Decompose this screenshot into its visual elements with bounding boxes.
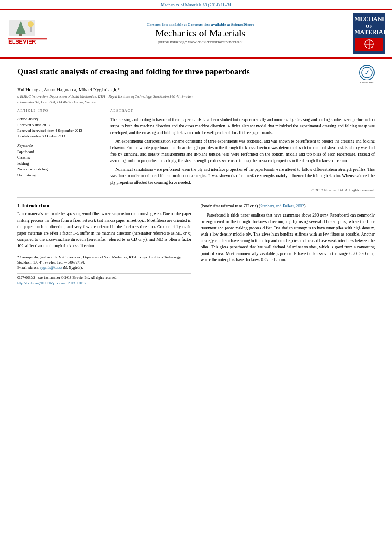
section-divider bbox=[17, 197, 375, 198]
svg-text:ELSEVIER: ELSEVIER bbox=[8, 38, 36, 45]
copyright-line: © 2013 Elsevier Ltd. All rights reserved… bbox=[110, 188, 375, 192]
issn-text: 0167-6636/$ – see front matter © 2013 El… bbox=[17, 275, 191, 280]
citation-bar: Mechanics of Materials 69 (2014) 11–34 bbox=[0, 0, 392, 9]
journal-title-block: Contents lists available at Contents lis… bbox=[52, 22, 348, 44]
svg-text:✓: ✓ bbox=[364, 69, 370, 76]
content-area: Quasi static analysis of creasing and fo… bbox=[0, 59, 392, 292]
received-date: Received 5 June 2013 bbox=[17, 122, 102, 128]
intro-para1: Paper materials are made by spraying woo… bbox=[17, 211, 191, 249]
footnote-email: E-mail address: nygards@kth.se (M. Nygår… bbox=[17, 265, 191, 271]
abstract-para2: An experimental characterization scheme … bbox=[110, 138, 375, 164]
body-left-col: 1. Introduction Paper materials are made… bbox=[17, 203, 191, 285]
article-history: Article history: Received 5 June 2013 Re… bbox=[17, 117, 102, 139]
intro-body: Paper materials are made by spraying woo… bbox=[17, 211, 191, 249]
intro-right-para2: Paperboard is thick paper qualities that… bbox=[201, 212, 375, 263]
article-info-abstract: ARTICLE INFO Article history: Received 5… bbox=[17, 109, 375, 192]
abstract-text: The creasing and folding behavior of thr… bbox=[110, 117, 375, 185]
svg-rect-6 bbox=[19, 34, 22, 36]
doi-link[interactable]: http://dx.doi.org/10.1016/j.mechmat.2013… bbox=[17, 281, 86, 285]
journal-homepage: journal homepage: www.elsevier.com/locat… bbox=[52, 40, 348, 44]
citation-link[interactable]: Mechanics of Materials 69 (2014) 11–34 bbox=[161, 3, 231, 7]
affiliation-a: a BiMaC Innovation, Department of Solid … bbox=[17, 94, 375, 99]
keyword-3: Folding bbox=[17, 161, 102, 167]
revised-date: Received in revised form 4 September 201… bbox=[17, 128, 102, 134]
abstract-para3: Numerical simulations were performed whe… bbox=[110, 166, 375, 185]
abstract-label: ABSTRACT bbox=[110, 109, 375, 114]
authors: Hui Huang a, Anton Hagman a, Mikael Nygå… bbox=[17, 87, 375, 92]
footnote-star: * Corresponding author at: BiMaC Innovat… bbox=[17, 255, 191, 265]
keywords-section: Keywords: Paperboard Creasing Folding Nu… bbox=[17, 143, 102, 178]
affiliation-b: b Innventia AB, Box 5604, 114 86 Stockho… bbox=[17, 99, 375, 105]
journal-header: ELSEVIER Contents lists available at Con… bbox=[0, 9, 392, 57]
article-info-label: ARTICLE INFO bbox=[17, 109, 102, 114]
stenberg-ref-link[interactable]: Stenberg and Fellers, 2002 bbox=[260, 204, 304, 208]
journal-logo-box: MECHANICS OF MATERIALS bbox=[353, 13, 385, 54]
intro-heading: 1. Introduction bbox=[17, 203, 191, 208]
history-title: Article history: bbox=[17, 117, 102, 121]
paper-title: Quasi static analysis of creasing and fo… bbox=[17, 67, 355, 77]
svg-rect-8 bbox=[30, 27, 32, 32]
footnote-area: * Corresponding author at: BiMaC Innovat… bbox=[17, 253, 191, 285]
keyword-1: Paperboard bbox=[17, 149, 102, 155]
keyword-2: Creasing bbox=[17, 155, 102, 161]
crossmark-badge[interactable]: ✓ CrossMark bbox=[359, 65, 375, 84]
keywords-label: Keywords: bbox=[17, 143, 102, 148]
footnote-email-link[interactable]: nygards@kth.se bbox=[40, 266, 62, 270]
body-columns: 1. Introduction Paper materials are made… bbox=[17, 203, 375, 285]
available-date: Available online 2 October 2013 bbox=[17, 134, 102, 139]
sciencedirect-link[interactable]: Contents lists available at ScienceDirec… bbox=[188, 22, 254, 27]
body-right-col: (hereinafter referred to as ZD or z) (St… bbox=[201, 203, 375, 285]
right-column: ABSTRACT The creasing and folding behavi… bbox=[110, 109, 375, 192]
keyword-5: Shear strength bbox=[17, 172, 102, 178]
svg-point-7 bbox=[28, 21, 34, 27]
sciencedirect-text: Contents lists available at Contents lis… bbox=[52, 22, 348, 27]
page-wrapper: Mechanics of Materials 69 (2014) 11–34 E… bbox=[0, 0, 392, 292]
intro-right-para1: (hereinafter referred to as ZD or z) (St… bbox=[201, 203, 375, 210]
elsevier-logo: ELSEVIER bbox=[7, 19, 48, 48]
left-column: ARTICLE INFO Article history: Received 5… bbox=[17, 109, 102, 192]
intro-right-text: (hereinafter referred to as ZD or z) (St… bbox=[201, 203, 375, 263]
affiliations: a BiMaC Innovation, Department of Solid … bbox=[17, 94, 375, 105]
journal-name: Mechanics of Materials bbox=[52, 28, 348, 39]
keyword-4: Numerical modeling bbox=[17, 166, 102, 172]
abstract-para1: The creasing and folding behavior of thr… bbox=[110, 117, 375, 136]
